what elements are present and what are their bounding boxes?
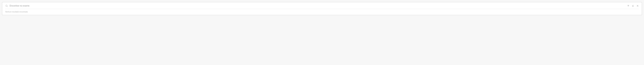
arrow-up-icon — [627, 5, 630, 7]
search-input[interactable] — [10, 4, 625, 7]
search-icon — [5, 4, 8, 7]
search-panel: Nenhum resultado encontrado — [2, 2, 642, 15]
next-result-button[interactable] — [632, 5, 634, 7]
no-results-text: Nenhum resultado encontrado — [5, 11, 28, 13]
search-status-row: Nenhum resultado encontrado — [5, 9, 639, 13]
search-row — [5, 4, 639, 9]
close-icon — [636, 5, 639, 7]
svg-line-1 — [7, 6, 8, 7]
arrow-down-icon — [632, 5, 634, 7]
close-search-button[interactable] — [636, 5, 639, 7]
previous-result-button[interactable] — [627, 5, 630, 7]
search-nav-controls — [627, 5, 639, 7]
